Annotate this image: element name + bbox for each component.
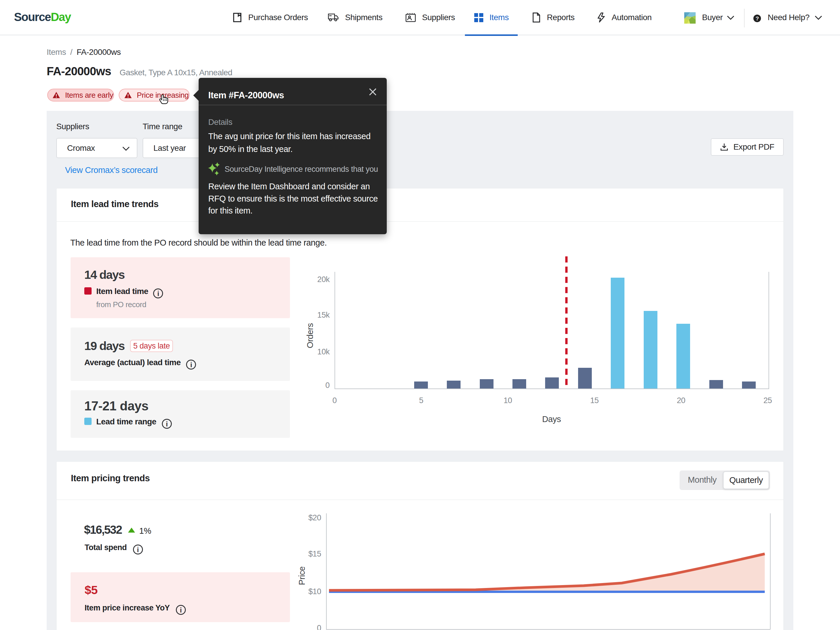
svg-text:20k: 20k <box>317 275 330 284</box>
svg-text:$15: $15 <box>308 549 321 558</box>
svg-text:25: 25 <box>763 396 772 405</box>
svg-text:Orders: Orders <box>305 323 315 348</box>
svg-text:0: 0 <box>317 624 321 630</box>
svg-text:$10: $10 <box>308 587 321 596</box>
svg-text:0: 0 <box>325 381 330 390</box>
svg-text:20: 20 <box>677 396 685 405</box>
svg-text:10: 10 <box>504 396 512 405</box>
svg-text:Price: Price <box>297 567 306 585</box>
svg-text:5: 5 <box>419 396 423 405</box>
svg-text:0: 0 <box>333 396 337 405</box>
svg-text:Days: Days <box>542 414 561 424</box>
svg-text:15: 15 <box>590 396 598 405</box>
svg-text:10k: 10k <box>317 347 330 356</box>
svg-text:$20: $20 <box>308 513 321 522</box>
svg-text:15k: 15k <box>317 311 330 319</box>
